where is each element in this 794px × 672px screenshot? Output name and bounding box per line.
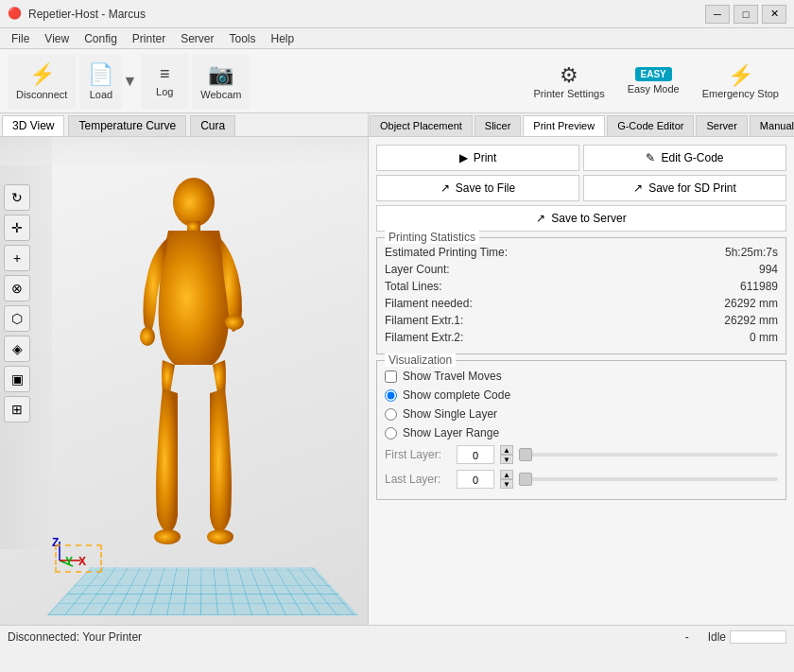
edit-gcode-button[interactable]: ✎ Edit G-Code [583, 145, 786, 171]
window-controls: ─ □ ✕ [705, 5, 786, 24]
right-tabs: Object Placement Slicer Print Preview G-… [369, 113, 794, 137]
menu-config[interactable]: Config [77, 30, 125, 47]
show-single-layer-radio[interactable] [385, 408, 397, 421]
webcam-label: Webcam [200, 89, 241, 100]
save-file-icon: ↗ [440, 181, 450, 195]
tab-object-placement[interactable]: Object Placement [370, 115, 473, 136]
zoom-in-button[interactable]: + [4, 245, 30, 271]
viz-legend: Visualization [385, 353, 456, 367]
tab-server[interactable]: Server [696, 115, 747, 136]
tab-cura[interactable]: Cura [190, 115, 235, 136]
zoom-out-button[interactable]: ⊗ [4, 275, 30, 302]
stat-label-3: Filament needed: [385, 297, 473, 310]
save-for-sd-button[interactable]: ↗ Save for SD Print [583, 175, 786, 201]
disconnect-icon: ⚡ [29, 62, 55, 87]
show-layer-range-label[interactable]: Show Layer Range [403, 426, 499, 439]
last-layer-thumb[interactable] [519, 473, 532, 486]
selection-box [55, 544, 102, 573]
main-content: 3D View Temperature Curve Cura [0, 113, 794, 625]
load-button[interactable]: 📄 Load [79, 54, 122, 109]
menu-printer[interactable]: Printer [125, 30, 173, 47]
title-bar: 🔴 Repetier-Host - Marcus ─ □ ✕ [0, 0, 794, 28]
stat-label-5: Filament Extr.2: [385, 331, 463, 344]
first-layer-down[interactable]: ▼ [500, 455, 513, 464]
last-layer-label: Last Layer: [385, 473, 451, 486]
last-layer-up[interactable]: ▲ [500, 470, 513, 479]
home-view-button[interactable]: ⬡ [4, 305, 30, 332]
show-complete-code-label[interactable]: Show complete Code [403, 388, 510, 402]
menu-view[interactable]: View [37, 30, 77, 47]
stat-value-0: 5h:25m:7s [725, 246, 778, 259]
save-to-server-button[interactable]: ↗ Save to Server [376, 205, 786, 232]
printer-settings-button[interactable]: ⚙ Printer Settings [526, 54, 612, 109]
first-layer-row: First Layer: 0 ▲ ▼ [385, 442, 778, 467]
svg-point-2 [140, 327, 155, 346]
easy-mode-button[interactable]: EASY Easy Mode [620, 54, 687, 109]
move-view-button[interactable]: ✛ [4, 215, 30, 241]
menu-bar: File View Config Printer Server Tools He… [0, 28, 794, 49]
save-to-file-button[interactable]: ↗ Save to File [376, 175, 579, 201]
stat-value-4: 26292 mm [724, 314, 778, 327]
tab-temperature-curve[interactable]: Temperature Curve [68, 115, 186, 136]
disconnect-button[interactable]: ⚡ Disconnect [8, 54, 76, 109]
layer-view-button[interactable]: ⊞ [4, 396, 30, 422]
action-buttons: ▶ Print ✎ Edit G-Code ↗ Save to File ↗ S… [376, 145, 786, 232]
tab-gcode-editor[interactable]: G-Code Editor [607, 115, 694, 136]
printer-settings-icon: ⚙ [560, 63, 578, 88]
menu-file[interactable]: File [4, 30, 37, 47]
emergency-stop-button[interactable]: ⚡ Emergency Stop [695, 54, 786, 109]
show-travel-moves-checkbox[interactable] [385, 370, 397, 383]
load-icon: 📄 [88, 62, 113, 87]
status-idle-label: Idle [708, 630, 726, 644]
last-layer-slider[interactable] [519, 477, 778, 481]
easy-badge: EASY [635, 67, 672, 81]
front-view-button[interactable]: ▣ [4, 366, 30, 392]
webcam-button[interactable]: 📷 Webcam [192, 54, 250, 109]
model-svg [113, 176, 274, 573]
status-mid: - [685, 630, 689, 644]
show-single-layer-label[interactable]: Show Single Layer [403, 407, 497, 421]
show-layer-range-radio[interactable] [385, 427, 397, 439]
tab-3d-view[interactable]: 3D View [2, 115, 64, 136]
tab-print-preview[interactable]: Print Preview [523, 115, 605, 136]
svg-point-5 [207, 529, 233, 544]
right-content: ▶ Print ✎ Edit G-Code ↗ Save to File ↗ S… [369, 137, 794, 625]
print-button[interactable]: ▶ Print [376, 145, 579, 171]
maximize-button[interactable]: □ [734, 5, 758, 24]
emergency-stop-icon: ⚡ [728, 63, 753, 88]
left-panel: 3D View Temperature Curve Cura [0, 113, 369, 625]
3d-viewport[interactable]: ↻ ✛ + ⊗ ⬡ ◈ ▣ ⊞ Z Y X [0, 137, 368, 625]
stat-value-1: 994 [759, 263, 778, 276]
first-layer-slider[interactable] [519, 453, 778, 457]
status-right: Idle [708, 630, 786, 644]
isometric-view-button[interactable]: ◈ [4, 336, 30, 362]
stat-row-5: Filament Extr.2: 0 mm [385, 329, 778, 346]
menu-server[interactable]: Server [173, 30, 221, 47]
menu-help[interactable]: Help [264, 30, 302, 47]
status-bar: Disconnected: Your Printer - Idle [0, 625, 794, 647]
rotate-view-button[interactable]: ↻ [4, 184, 30, 211]
load-dropdown-icon[interactable]: ▼ [122, 73, 137, 90]
stats-rows: Estimated Printing Time: 5h:25m:7s Layer… [385, 244, 778, 346]
show-complete-code-radio[interactable] [385, 389, 397, 402]
stats-legend: Printing Statistics [385, 231, 479, 244]
log-button[interactable]: ≡ Log [141, 54, 188, 109]
tab-slicer[interactable]: Slicer [475, 115, 522, 136]
toolbar-right: ⚙ Printer Settings EASY Easy Mode ⚡ Emer… [526, 54, 786, 109]
minimize-button[interactable]: ─ [705, 5, 730, 24]
webcam-icon: 📷 [208, 62, 233, 87]
close-button[interactable]: ✕ [762, 5, 786, 24]
first-layer-thumb[interactable] [519, 448, 532, 461]
view-tabs: 3D View Temperature Curve Cura [0, 113, 368, 137]
show-travel-moves-label[interactable]: Show Travel Moves [403, 370, 502, 383]
toolbar: ⚡ Disconnect 📄 Load ▼ ≡ Log 📷 Webcam ⚙ P… [0, 49, 794, 113]
stat-row-3: Filament needed: 26292 mm [385, 295, 778, 312]
save-server-icon: ↗ [536, 212, 545, 225]
menu-tools[interactable]: Tools [222, 30, 264, 47]
last-layer-down[interactable]: ▼ [500, 479, 513, 489]
tab-manual-control[interactable]: Manual Control [750, 115, 794, 136]
first-layer-up[interactable]: ▲ [500, 445, 513, 455]
svg-point-4 [154, 529, 181, 544]
last-layer-value: 0 [457, 470, 494, 489]
show-travel-moves-row: Show Travel Moves [385, 367, 778, 386]
